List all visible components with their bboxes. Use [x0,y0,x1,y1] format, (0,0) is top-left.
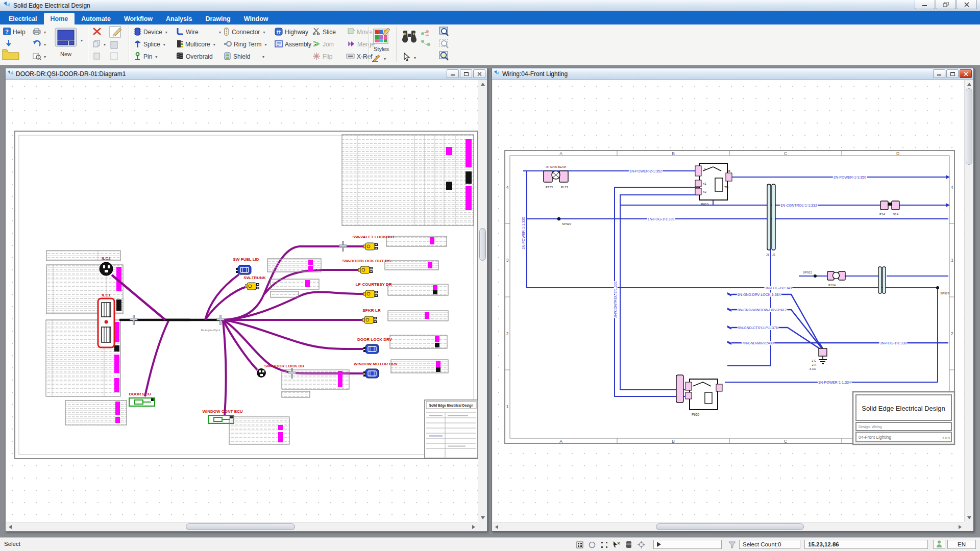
status-mode: Select [4,541,20,547]
device-relay-p910[interactable]: A X1 X2 B TD P910 [695,163,732,206]
tool-ringterm[interactable]: Ring Term▾ [224,39,266,50]
diagram-maximize-button[interactable] [460,69,472,78]
tool-join[interactable]: Join [312,39,334,50]
coordinates-box: 15.23,12.86 [804,540,928,549]
tab-analysis[interactable]: Analysis [159,13,199,24]
macro-run-combobox[interactable] [653,540,722,549]
wiring-maximize-button[interactable] [946,69,959,78]
diagram-minimize-button[interactable] [447,69,459,78]
linestyle-dropdown-arrow[interactable]: ▾ [384,57,386,61]
grid-snap-icon[interactable] [575,540,585,549]
select-count-box: Select Count:0 [739,540,800,549]
export-dropdown-arrow[interactable]: ▾ [44,55,46,59]
wiring-hscrollbar[interactable] [493,522,964,531]
undo-dropdown-arrow[interactable]: ▾ [44,42,46,47]
tool-assembly[interactable]: Assembly▾ [275,39,316,50]
zoom-selected-button[interactable] [439,39,449,50]
svg-text:6N-GND-DRV-LOCK-1.384: 6N-GND-DRV-LOCK-1.384 [738,293,781,296]
select-points-icon[interactable] [599,540,609,549]
delete-button[interactable] [93,27,101,38]
zoom-area-button[interactable] [439,27,449,38]
tab-drawing[interactable]: Drawing [199,13,237,24]
svg-text:SW-DOORLOCK OUT RS: SW-DOORLOCK OUT RS [342,259,391,263]
component-window-motor[interactable] [363,369,379,378]
tool-pin[interactable]: Pin▾ [134,51,157,62]
svg-text:ILC2: ILC2 [102,256,111,261]
svg-text:SP920: SP920 [562,222,572,226]
copy-dropdown-arrow[interactable]: ▾ [104,42,106,47]
wiring-window[interactable]: Wiring:04-Front Lighting A B C D [492,68,974,532]
component-ilc2[interactable] [100,262,113,276]
sheet-light-button[interactable] [110,51,118,62]
tool-connector[interactable]: Connector▾ [224,27,265,38]
undo-button[interactable]: ▾ [33,39,46,50]
wiring-vscrollbar[interactable] [964,80,973,522]
styles-button[interactable] [373,28,390,45]
find-button[interactable] [401,28,418,45]
tool-flip[interactable]: Flip [312,51,332,62]
tool-multicore[interactable]: Multicore▾ [176,39,215,50]
print-dropdown-arrow[interactable]: ▾ [44,30,46,35]
linestyle-button[interactable]: ▾ [372,53,386,64]
device-connector-j1j2[interactable]: J1 J2 [766,184,775,256]
svg-text:DOOR LOCK DRV: DOOR LOCK DRV [357,337,393,342]
new-dropdown-arrow[interactable]: ▾ [80,35,83,46]
select-tool-dropdown-arrow[interactable]: ▾ [414,56,416,60]
sheet-light-icon [110,52,118,62]
tab-window[interactable]: Window [237,13,275,24]
wiring-minimize-button[interactable] [933,69,945,78]
diagram-vscrollbar[interactable] [478,80,486,522]
app-minimize-button[interactable] [915,0,935,9]
sheet-gray-button[interactable] [110,40,118,51]
tab-electrical[interactable]: Electrical [2,13,44,24]
tab-automate[interactable]: Automate [75,13,117,24]
display-mode-icon[interactable] [624,540,634,549]
new-diagram-button[interactable] [54,28,78,48]
diagram-window-titlebar[interactable]: DOOR-DR:QSI-DOOR-DR-01:Diagram1 [6,68,487,80]
tab-home[interactable]: Home [44,13,75,24]
paste-button[interactable] [93,51,101,62]
export-button[interactable]: ▾ [33,51,46,62]
crosshair-icon[interactable] [636,540,646,549]
app-restore-button[interactable] [936,0,956,9]
component-door-ecu[interactable] [129,398,155,406]
tool-splice[interactable]: Splice▾ [134,39,165,50]
app-close-button[interactable] [957,0,977,9]
snap-cursor-icon[interactable] [611,540,622,549]
edit-sheet-button[interactable] [109,26,122,39]
wiring-close-button[interactable] [960,69,972,78]
tab-workflow[interactable]: Workflow [117,13,159,24]
component-sw-fuel-lid[interactable] [236,265,251,274]
diagram-close-button[interactable] [473,69,485,78]
svg-text:3N-FOG-1-1.343: 3N-FOG-1-1.343 [765,286,792,290]
wiring-canvas[interactable]: A B C D A B C D 4 3 2 1 4 3 2 1 [493,80,965,523]
tool-overbraid[interactable]: Overbraid [176,51,213,62]
slice-scissors-icon [312,28,321,37]
tool-wire[interactable]: Wire▾ [176,27,221,38]
disconnect-nodes-button[interactable] [421,38,431,49]
wiring-window-titlebar[interactable]: Wiring:04-Front Lighting [492,68,973,80]
svg-text:A: A [559,151,562,156]
diagram-window[interactable]: DOOR-DR:QSI-DOOR-DR-01:Diagram1 [5,68,487,532]
print-button[interactable]: ▾ [33,27,46,38]
tool-highway[interactable]: Highway [275,27,308,38]
styles-icon [373,27,390,46]
tool-device[interactable]: Device▾ [134,27,167,38]
open-folder-button[interactable] [2,49,19,60]
help-button[interactable]: ? Help [3,27,26,38]
tool-slice[interactable]: Slice [312,27,336,38]
filter-icon[interactable] [727,540,737,549]
select-tool-button[interactable]: ▾ [403,52,416,63]
language-indicator[interactable]: EN [947,540,976,549]
svg-text:J2: J2 [772,253,775,256]
diagram-canvas[interactable]: ILC2 ILC1 SW-FUEL LID SW-TRUNK SW-VALET … [6,80,479,523]
component-sw-door-lock-dr[interactable] [257,368,266,378]
svg-text:?: ? [5,29,9,35]
zoom-fit-button[interactable] [439,51,449,62]
copy-button[interactable]: ▾ [93,39,106,50]
component-ilc1-selected[interactable] [98,298,114,347]
tool-shield[interactable]: Shield▾ [224,51,264,62]
diagram-hscrollbar[interactable] [6,522,478,531]
ortho-icon[interactable] [587,540,597,549]
component-door-lock-drv[interactable] [363,344,379,354]
